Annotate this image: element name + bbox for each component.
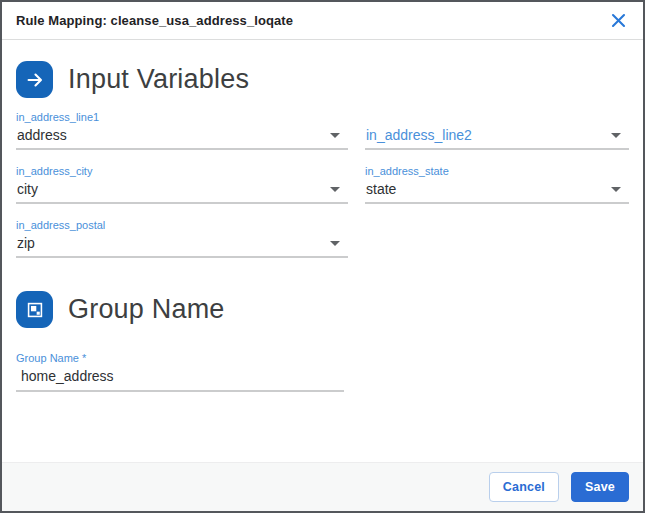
in-address-line2-dropdown[interactable]: in_address_line2 (365, 125, 629, 150)
group-name-input[interactable] (16, 366, 344, 392)
field-label: in_address_state (365, 164, 629, 179)
input-variables-form: in_address_line1 address in_address_line… (16, 110, 629, 258)
dialog-title: Rule Mapping: cleanse_usa_address_loqate (16, 13, 293, 28)
field-in-address-postal: in_address_postal zip (16, 218, 348, 258)
cancel-button[interactable]: Cancel (489, 472, 559, 502)
in-address-city-dropdown[interactable]: city (16, 179, 348, 204)
field-value: city (17, 181, 38, 197)
field-in-address-city: in_address_city city (16, 164, 348, 204)
field-in-address-state: in_address_state state (365, 164, 629, 204)
caret-down-icon (330, 133, 340, 138)
field-label: in_address_line1 (16, 110, 348, 125)
dialog-footer: Cancel Save (2, 462, 643, 511)
group-name-heading: Group Name (16, 291, 629, 328)
caret-down-icon (611, 133, 621, 138)
dialog-header: Rule Mapping: cleanse_usa_address_loqate (2, 2, 643, 40)
form-row-1: in_address_line1 address in_address_line… (16, 110, 629, 150)
rule-mapping-dialog: Rule Mapping: cleanse_usa_address_loqate… (0, 0, 645, 513)
field-value: state (366, 181, 396, 197)
in-address-state-dropdown[interactable]: state (365, 179, 629, 204)
in-address-postal-dropdown[interactable]: zip (16, 233, 348, 258)
arrow-right-icon (16, 61, 53, 98)
caret-down-icon (611, 187, 621, 192)
dialog-content: Input Variables in_address_line1 address… (2, 40, 643, 462)
field-label: in_address_city (16, 164, 348, 179)
field-group-name: Group Name * (16, 351, 344, 392)
field-placeholder: in_address_line2 (366, 127, 472, 143)
input-variables-heading: Input Variables (16, 61, 629, 98)
caret-down-icon (330, 187, 340, 192)
field-label-empty (365, 110, 629, 125)
form-row-2: in_address_city city in_address_state st… (16, 164, 629, 204)
empty-cell (365, 218, 629, 258)
form-row-3: in_address_postal zip (16, 218, 629, 258)
field-in-address-line2: in_address_line2 (365, 110, 629, 150)
caret-down-icon (330, 241, 340, 246)
close-button[interactable] (606, 9, 630, 33)
field-in-address-line1: in_address_line1 address (16, 110, 348, 150)
field-label: in_address_postal (16, 218, 348, 233)
in-address-line1-dropdown[interactable]: address (16, 125, 348, 150)
section-title-group-name: Group Name (68, 294, 225, 325)
section-title-input-variables: Input Variables (68, 64, 249, 95)
save-button[interactable]: Save (571, 472, 629, 502)
close-icon (611, 13, 626, 28)
field-value: zip (17, 235, 35, 251)
field-label: Group Name * (16, 351, 344, 366)
group-icon (16, 291, 53, 328)
field-value: address (17, 127, 67, 143)
